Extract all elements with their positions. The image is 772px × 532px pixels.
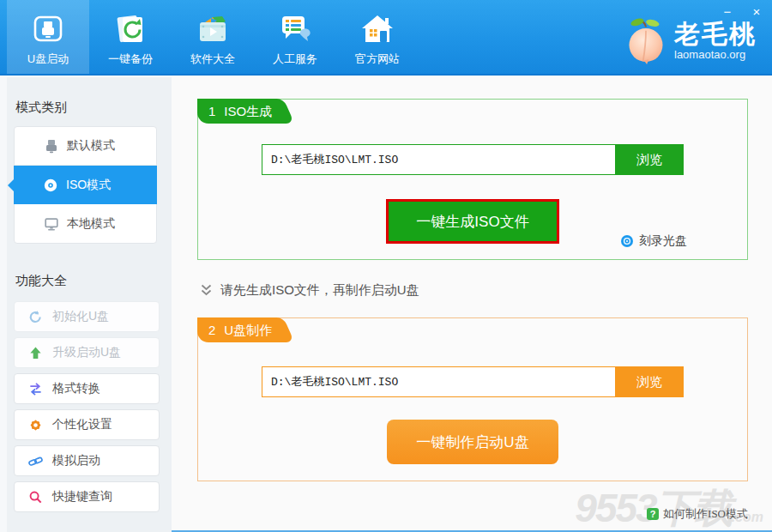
- mode-item-label: 本地模式: [67, 216, 115, 232]
- iso-generate-section: 1ISO生成 浏览 一键生成ISO文件 刻录光盘: [197, 99, 748, 260]
- top-nav: U盘启动 一键备份: [7, 0, 419, 74]
- backup-icon: [112, 10, 149, 48]
- burn-disc-icon: [620, 234, 634, 248]
- nav-service[interactable]: 人工服务: [254, 0, 336, 74]
- service-icon: [276, 10, 314, 48]
- func-button-label: 个性化设置: [52, 417, 112, 432]
- notice-text: 请先生成ISO文件，再制作启动U盘: [220, 282, 419, 299]
- func-button-label: 升级启动U盘: [52, 345, 121, 360]
- func-init-usb-button[interactable]: 初始化U盘: [14, 301, 160, 332]
- func-upgrade-usb-button[interactable]: 升级启动U盘: [14, 337, 160, 368]
- mode-item-label: 默认模式: [67, 138, 115, 154]
- gear-icon: [28, 418, 43, 432]
- burn-disc-link[interactable]: 刻录光盘: [620, 233, 687, 249]
- logo-text: 老毛桃 laomaotao.org: [674, 21, 757, 61]
- usb-section-tab: 2U盘制作: [197, 317, 277, 342]
- notice-row: 请先生成ISO文件，再制作启动U盘: [200, 282, 772, 299]
- brand-logo: 老毛桃 laomaotao.org: [623, 15, 757, 65]
- nav-label: 软件大全: [190, 51, 235, 67]
- sidebar-item-local-mode[interactable]: 本地模式: [15, 204, 156, 243]
- nav-label: 人工服务: [273, 51, 317, 67]
- website-icon: [359, 10, 396, 48]
- generate-iso-button[interactable]: 一键生成ISO文件: [386, 199, 559, 244]
- sidebar: 模式类别 默认模式 ISO模式: [0, 77, 172, 532]
- nav-website[interactable]: 官方网站: [336, 0, 419, 74]
- sidebar-item-default-mode[interactable]: 默认模式: [15, 127, 156, 166]
- swap-arrows-icon: [28, 382, 43, 396]
- nav-label: U盘启动: [27, 51, 69, 67]
- section-title: ISO生成: [224, 104, 272, 118]
- step-number: 1: [208, 104, 215, 118]
- app-window: U盘启动 一键备份: [0, 0, 772, 532]
- logo-subtitle: laomaotao.org: [674, 48, 757, 61]
- func-simulate-boot-button[interactable]: 模拟启动: [14, 445, 160, 476]
- usb-drive-icon: [44, 138, 59, 154]
- func-button-label: 快捷键查询: [52, 489, 112, 505]
- mode-card: 默认模式 ISO模式 本地模式: [14, 126, 157, 244]
- help-link[interactable]: ? 如何制作ISO模式: [647, 506, 748, 522]
- mode-section-title: 模式类别: [15, 100, 172, 116]
- func-hotkey-query-button[interactable]: 快捷键查询: [14, 481, 160, 512]
- make-usb-button[interactable]: 一键制作启动U盘: [387, 420, 558, 464]
- usb-make-section: 2U盘制作 浏览 一键制作启动U盘: [197, 317, 748, 481]
- help-link-label: 如何制作ISO模式: [663, 506, 748, 522]
- usb-browse-button[interactable]: 浏览: [615, 366, 684, 397]
- func-button-label: 模拟启动: [52, 453, 100, 469]
- iso-path-input[interactable]: [262, 144, 615, 175]
- iso-browse-button[interactable]: 浏览: [615, 144, 684, 175]
- iso-section-tab: 1ISO生成: [197, 99, 277, 124]
- link-icon: [28, 454, 43, 469]
- search-icon: [28, 490, 43, 505]
- monitor-icon: [44, 216, 59, 232]
- function-section-title: 功能大全: [15, 273, 172, 289]
- up-arrow-icon: [28, 346, 43, 360]
- logo-title: 老毛桃: [674, 21, 757, 48]
- usb-path-row: 浏览: [262, 366, 684, 397]
- iso-path-row: 浏览: [262, 144, 684, 175]
- nav-usb-boot[interactable]: U盘启动: [7, 0, 89, 74]
- nav-label: 官方网站: [355, 51, 400, 67]
- main-content: 1ISO生成 浏览 一键生成ISO文件 刻录光盘 请先生成ISO文件，再制作: [172, 77, 772, 532]
- sidebar-item-iso-mode[interactable]: ISO模式: [14, 166, 157, 204]
- usb-path-input[interactable]: [262, 366, 615, 397]
- burn-disc-label: 刻录光盘: [639, 233, 687, 249]
- func-button-label: 初始化U盘: [52, 309, 109, 324]
- peach-icon: [623, 15, 669, 65]
- func-personalize-button[interactable]: 个性化设置: [14, 409, 160, 440]
- nav-backup[interactable]: 一键备份: [89, 0, 172, 74]
- usb-boot-icon: [29, 10, 67, 48]
- function-list: 初始化U盘 升级启动U盘 格式转换: [14, 301, 172, 512]
- nav-software[interactable]: 软件大全: [172, 0, 254, 74]
- refresh-icon: [28, 310, 43, 324]
- question-icon: ?: [647, 508, 659, 520]
- func-button-label: 格式转换: [52, 381, 100, 396]
- disc-icon: [43, 178, 58, 193]
- mode-item-label: ISO模式: [66, 178, 111, 193]
- double-chevron-down-icon: [200, 284, 213, 297]
- software-icon: [194, 10, 232, 48]
- nav-label: 一键备份: [108, 51, 153, 67]
- section-title: U盘制作: [224, 323, 272, 337]
- header-bar: U盘启动 一键备份: [0, 0, 772, 76]
- step-number: 2: [208, 323, 215, 337]
- func-format-convert-button[interactable]: 格式转换: [14, 373, 160, 404]
